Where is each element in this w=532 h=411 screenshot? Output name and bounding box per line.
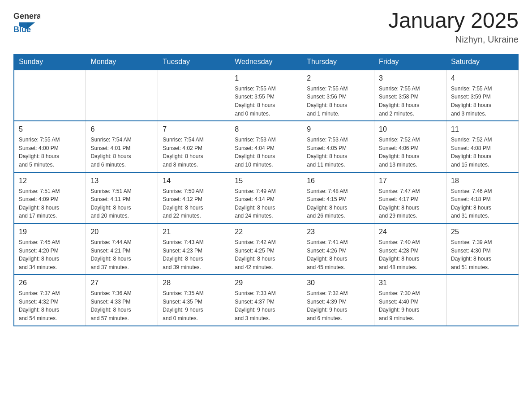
calendar-cell: 16Sunrise: 7:48 AMSunset: 4:15 PMDayligh… <box>302 172 374 223</box>
calendar-cell: 8Sunrise: 7:53 AMSunset: 4:04 PMDaylight… <box>230 121 302 172</box>
day-info: Sunrise: 7:30 AMSunset: 4:40 PMDaylight:… <box>379 289 442 322</box>
calendar-cell <box>14 70 86 121</box>
day-info: Sunrise: 7:54 AMSunset: 4:01 PMDaylight:… <box>90 136 153 169</box>
day-number: 18 <box>451 176 514 186</box>
calendar-cell <box>446 274 519 325</box>
calendar-table: Sunday Monday Tuesday Wednesday Thursday… <box>13 54 519 326</box>
day-info: Sunrise: 7:55 AMSunset: 3:58 PMDaylight:… <box>379 85 442 118</box>
day-number: 2 <box>307 73 369 84</box>
day-info: Sunrise: 7:42 AMSunset: 4:25 PMDaylight:… <box>235 238 297 271</box>
day-info: Sunrise: 7:32 AMSunset: 4:39 PMDaylight:… <box>307 289 369 322</box>
calendar-cell: 25Sunrise: 7:39 AMSunset: 4:30 PMDayligh… <box>446 223 519 274</box>
calendar-cell: 14Sunrise: 7:50 AMSunset: 4:12 PMDayligh… <box>158 172 230 223</box>
day-info: Sunrise: 7:40 AMSunset: 4:28 PMDaylight:… <box>379 238 442 271</box>
calendar-cell: 28Sunrise: 7:35 AMSunset: 4:35 PMDayligh… <box>158 274 230 325</box>
day-number: 9 <box>307 124 369 135</box>
day-number: 4 <box>451 73 514 84</box>
day-info: Sunrise: 7:52 AMSunset: 4:06 PMDaylight:… <box>379 136 442 169</box>
day-number: 29 <box>235 278 297 288</box>
day-number: 27 <box>90 278 153 288</box>
calendar-cell: 9Sunrise: 7:53 AMSunset: 4:05 PMDaylight… <box>302 121 374 172</box>
calendar-cell: 15Sunrise: 7:49 AMSunset: 4:14 PMDayligh… <box>230 172 302 223</box>
day-number: 11 <box>451 124 514 135</box>
day-info: Sunrise: 7:55 AMSunset: 3:55 PMDaylight:… <box>235 85 297 118</box>
calendar-cell: 30Sunrise: 7:32 AMSunset: 4:39 PMDayligh… <box>302 274 374 325</box>
day-number: 1 <box>235 73 297 84</box>
calendar-cell: 4Sunrise: 7:55 AMSunset: 3:59 PMDaylight… <box>446 70 519 121</box>
day-number: 5 <box>19 124 81 135</box>
day-number: 3 <box>379 73 442 84</box>
calendar-cell: 27Sunrise: 7:36 AMSunset: 4:33 PMDayligh… <box>86 274 158 325</box>
calendar-cell <box>158 70 230 121</box>
calendar-cell: 24Sunrise: 7:40 AMSunset: 4:28 PMDayligh… <box>374 223 446 274</box>
calendar-cell <box>86 70 158 121</box>
calendar-cell: 22Sunrise: 7:42 AMSunset: 4:25 PMDayligh… <box>230 223 302 274</box>
day-number: 31 <box>379 278 442 288</box>
calendar-cell: 29Sunrise: 7:33 AMSunset: 4:37 PMDayligh… <box>230 274 302 325</box>
day-number: 22 <box>235 227 297 237</box>
day-number: 13 <box>90 176 153 186</box>
header-friday: Friday <box>374 54 446 70</box>
calendar-cell: 3Sunrise: 7:55 AMSunset: 3:58 PMDaylight… <box>374 70 446 121</box>
calendar-cell: 7Sunrise: 7:54 AMSunset: 4:02 PMDaylight… <box>158 121 230 172</box>
weekday-header-row: Sunday Monday Tuesday Wednesday Thursday… <box>14 54 519 70</box>
calendar-cell: 21Sunrise: 7:43 AMSunset: 4:23 PMDayligh… <box>158 223 230 274</box>
svg-text:Blue: Blue <box>13 25 31 34</box>
day-info: Sunrise: 7:36 AMSunset: 4:33 PMDaylight:… <box>90 289 153 322</box>
day-info: Sunrise: 7:50 AMSunset: 4:12 PMDaylight:… <box>163 187 225 220</box>
day-number: 8 <box>235 124 297 135</box>
calendar-cell: 18Sunrise: 7:46 AMSunset: 4:18 PMDayligh… <box>446 172 519 223</box>
day-number: 12 <box>19 176 81 186</box>
svg-text:General: General <box>13 12 40 21</box>
calendar-cell: 5Sunrise: 7:55 AMSunset: 4:00 PMDaylight… <box>14 121 86 172</box>
day-info: Sunrise: 7:51 AMSunset: 4:11 PMDaylight:… <box>90 187 153 220</box>
day-info: Sunrise: 7:37 AMSunset: 4:32 PMDaylight:… <box>19 289 81 322</box>
calendar-subtitle: Nizhyn, Ukraine <box>388 34 519 45</box>
calendar-cell: 1Sunrise: 7:55 AMSunset: 3:55 PMDaylight… <box>230 70 302 121</box>
day-info: Sunrise: 7:53 AMSunset: 4:05 PMDaylight:… <box>307 136 369 169</box>
day-info: Sunrise: 7:53 AMSunset: 4:04 PMDaylight:… <box>235 136 297 169</box>
day-info: Sunrise: 7:46 AMSunset: 4:18 PMDaylight:… <box>451 187 514 220</box>
calendar-cell: 17Sunrise: 7:47 AMSunset: 4:17 PMDayligh… <box>374 172 446 223</box>
calendar-cell: 26Sunrise: 7:37 AMSunset: 4:32 PMDayligh… <box>14 274 86 325</box>
header-thursday: Thursday <box>302 54 374 70</box>
day-number: 20 <box>90 227 153 237</box>
day-number: 28 <box>163 278 225 288</box>
day-number: 25 <box>451 227 514 237</box>
calendar-week-row: 5Sunrise: 7:55 AMSunset: 4:00 PMDaylight… <box>14 121 519 172</box>
day-number: 21 <box>163 227 225 237</box>
header-saturday: Saturday <box>446 54 519 70</box>
calendar-cell: 19Sunrise: 7:45 AMSunset: 4:20 PMDayligh… <box>14 223 86 274</box>
day-number: 7 <box>163 124 225 135</box>
day-info: Sunrise: 7:55 AMSunset: 4:00 PMDaylight:… <box>19 136 81 169</box>
calendar-cell: 12Sunrise: 7:51 AMSunset: 4:09 PMDayligh… <box>14 172 86 223</box>
day-info: Sunrise: 7:55 AMSunset: 3:56 PMDaylight:… <box>307 85 369 118</box>
header-monday: Monday <box>86 54 158 70</box>
day-info: Sunrise: 7:49 AMSunset: 4:14 PMDaylight:… <box>235 187 297 220</box>
header-sunday: Sunday <box>14 54 86 70</box>
day-info: Sunrise: 7:45 AMSunset: 4:20 PMDaylight:… <box>19 238 81 271</box>
day-info: Sunrise: 7:43 AMSunset: 4:23 PMDaylight:… <box>163 238 225 271</box>
day-info: Sunrise: 7:33 AMSunset: 4:37 PMDaylight:… <box>235 289 297 322</box>
day-number: 24 <box>379 227 442 237</box>
day-number: 19 <box>19 227 81 237</box>
calendar-cell: 23Sunrise: 7:41 AMSunset: 4:26 PMDayligh… <box>302 223 374 274</box>
day-info: Sunrise: 7:41 AMSunset: 4:26 PMDaylight:… <box>307 238 369 271</box>
day-info: Sunrise: 7:54 AMSunset: 4:02 PMDaylight:… <box>163 136 225 169</box>
day-number: 15 <box>235 176 297 186</box>
day-info: Sunrise: 7:47 AMSunset: 4:17 PMDaylight:… <box>379 187 442 220</box>
calendar-title: January 2025 <box>388 9 519 33</box>
page-header: General Blue January 2025 Nizhyn, Ukrain… <box>13 9 519 45</box>
calendar-week-row: 26Sunrise: 7:37 AMSunset: 4:32 PMDayligh… <box>14 274 519 325</box>
day-info: Sunrise: 7:44 AMSunset: 4:21 PMDaylight:… <box>90 238 153 271</box>
day-info: Sunrise: 7:52 AMSunset: 4:08 PMDaylight:… <box>451 136 514 169</box>
calendar-cell: 31Sunrise: 7:30 AMSunset: 4:40 PMDayligh… <box>374 274 446 325</box>
calendar-cell: 13Sunrise: 7:51 AMSunset: 4:11 PMDayligh… <box>86 172 158 223</box>
calendar-week-row: 12Sunrise: 7:51 AMSunset: 4:09 PMDayligh… <box>14 172 519 223</box>
day-number: 17 <box>379 176 442 186</box>
day-info: Sunrise: 7:55 AMSunset: 3:59 PMDaylight:… <box>451 85 514 118</box>
calendar-week-row: 19Sunrise: 7:45 AMSunset: 4:20 PMDayligh… <box>14 223 519 274</box>
logo-icon: General Blue <box>13 9 40 34</box>
day-number: 23 <box>307 227 369 237</box>
calendar-cell: 10Sunrise: 7:52 AMSunset: 4:06 PMDayligh… <box>374 121 446 172</box>
